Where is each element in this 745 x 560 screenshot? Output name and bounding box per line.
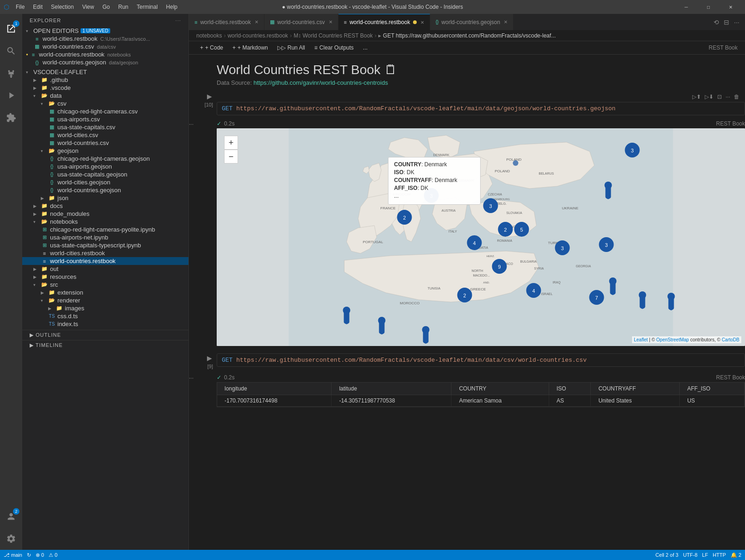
breadcrumb-file[interactable]: world-countries.restbook bbox=[227, 32, 288, 39]
sidebar-header-actions[interactable]: ··· bbox=[175, 18, 181, 23]
folder-resources[interactable]: ▶ 📁 resources bbox=[22, 273, 188, 281]
maximize-button[interactable]: □ bbox=[698, 0, 719, 14]
cell-1-more[interactable]: ··· bbox=[724, 93, 732, 101]
minimize-button[interactable]: ─ bbox=[676, 0, 697, 14]
menu-run[interactable]: Run bbox=[114, 3, 132, 11]
file-chicago-csv[interactable]: ▦ chicago-red-light-cameras.csv bbox=[22, 107, 188, 115]
menu-edit[interactable]: Edit bbox=[29, 3, 46, 11]
tabs-history-back[interactable]: ⟲ bbox=[712, 18, 721, 27]
close-button[interactable]: ✕ bbox=[720, 0, 741, 14]
language-item[interactable]: HTTP bbox=[713, 552, 726, 558]
cell-2-input[interactable]: GET https://raw.githubusercontent.com/Ra… bbox=[217, 353, 745, 367]
tab-world-countries-geojson[interactable]: {} world-countries.geojson ✕ bbox=[430, 14, 513, 30]
map-zoom-in[interactable]: + bbox=[224, 136, 238, 150]
add-markdown-button[interactable]: + + Markdown bbox=[229, 43, 272, 52]
activity-source-control[interactable] bbox=[0, 62, 22, 84]
git-branch[interactable]: ⎇ main bbox=[4, 552, 22, 558]
osm-link[interactable]: OpenStreetMap bbox=[656, 337, 689, 342]
activity-extensions[interactable] bbox=[0, 107, 22, 129]
tab-world-cities[interactable]: ≡ world-cities.restbook ✕ bbox=[189, 14, 264, 30]
folder-extension[interactable]: ▶ 📁 extension bbox=[22, 289, 188, 296]
menu-terminal[interactable]: Terminal bbox=[133, 3, 161, 11]
tab-world-countries-csv[interactable]: ▦ world-countries.csv ✕ bbox=[264, 14, 338, 30]
folder-renderer[interactable]: ▾ 📂 renderer bbox=[22, 296, 188, 304]
folder-notebooks[interactable]: ▾ 📂 notebooks bbox=[22, 218, 188, 226]
leaflet-link[interactable]: Leaflet bbox=[634, 337, 648, 342]
file-airports-ipynb[interactable]: ⊞ usa-airports-net.ipynb bbox=[22, 233, 188, 241]
sync-button[interactable]: ↻ bbox=[27, 552, 31, 558]
activity-explorer[interactable]: 1 bbox=[0, 18, 22, 40]
clear-outputs-button[interactable]: ≡ Clear Outputs bbox=[311, 43, 357, 52]
tab-world-cities-close[interactable]: ✕ bbox=[255, 19, 258, 25]
open-editor-world-countries-geojson[interactable]: {} world-countries.geojson data/geojson bbox=[22, 58, 188, 66]
file-worldcountries-csv[interactable]: ▦ world-countries.csv bbox=[22, 139, 188, 147]
file-index-ts[interactable]: TS index.ts bbox=[22, 320, 188, 328]
folder-images[interactable]: ▶ 📁 images bbox=[22, 304, 188, 312]
vscode-leaflet-section[interactable]: ▾ VSCODE-LEAFLET bbox=[22, 68, 188, 76]
add-code-button[interactable]: + + Code bbox=[196, 43, 227, 52]
activity-run-debug[interactable] bbox=[0, 84, 22, 107]
menu-file[interactable]: File bbox=[12, 3, 28, 11]
toolbar-more-button[interactable]: ... bbox=[359, 43, 371, 52]
file-chicago-geojson[interactable]: {} chicago-red-light-cameras.geojson bbox=[22, 155, 188, 163]
cell-1-run-above[interactable]: ▷⬆ bbox=[690, 93, 703, 101]
cell-1-input[interactable]: GET https://raw.githubusercontent.com/Ra… bbox=[217, 102, 745, 115]
folder-github[interactable]: ▶ 📁 .github bbox=[22, 76, 188, 84]
menu-help[interactable]: Help bbox=[163, 3, 182, 11]
folder-out[interactable]: ▶ 📁 out bbox=[22, 265, 188, 273]
warnings-indicator[interactable]: ⚠ 0 bbox=[49, 552, 57, 558]
outline-section[interactable]: ▶ OUTLINE bbox=[22, 330, 188, 340]
file-capitals-csv[interactable]: ▦ usa-state-capitals.csv bbox=[22, 123, 188, 131]
folder-src[interactable]: ▾ 📂 src bbox=[22, 281, 188, 289]
file-css-dts[interactable]: TS css.d.ts bbox=[22, 312, 188, 320]
folder-json[interactable]: ▶ 📁 json bbox=[22, 194, 188, 202]
cell-1-run-button[interactable]: ▶ bbox=[206, 92, 213, 101]
activity-accounts[interactable]: 2 bbox=[0, 505, 22, 528]
menu-go[interactable]: Go bbox=[99, 3, 113, 11]
cell-2-dots[interactable]: ··· bbox=[189, 375, 217, 381]
file-capitals-ipynb[interactable]: ⊞ usa-state-capitals-typescript.ipynb bbox=[22, 241, 188, 249]
cell-1-split[interactable]: ⊡ bbox=[715, 93, 724, 101]
menu-selection[interactable]: Selection bbox=[47, 3, 77, 11]
file-worldcities-csv[interactable]: ▦ world-cities.csv bbox=[22, 131, 188, 139]
open-editor-world-countries-restbook[interactable]: ● ≡ world-countries.restbook notebooks bbox=[22, 50, 188, 58]
tab-world-countries-csv-close[interactable]: ✕ bbox=[329, 19, 332, 25]
open-editor-world-cities[interactable]: ≡ world-cities.restbook C:\Users\Taras\v… bbox=[22, 35, 188, 43]
tab-world-countries-geojson-close[interactable]: ✕ bbox=[504, 19, 507, 25]
tab-world-countries-restbook[interactable]: ≡ world-countries.restbook ✕ bbox=[338, 14, 430, 30]
map-zoom-out[interactable]: − bbox=[224, 150, 238, 164]
folder-csv[interactable]: ▾ 📂 csv bbox=[22, 100, 188, 107]
breadcrumb-arrow[interactable]: ▸ bbox=[378, 32, 381, 39]
folder-node-modules[interactable]: ▶ 📁 node_modules bbox=[22, 210, 188, 218]
run-all-button[interactable]: ▷▷ Run All bbox=[274, 43, 309, 52]
tabs-split-editor[interactable]: ⊟ bbox=[722, 18, 731, 27]
file-chicago-ipynb[interactable]: ⊞ chicago-red-light-cameras-pyolite.ipyn… bbox=[22, 226, 188, 233]
breadcrumb-notebooks[interactable]: notebooks bbox=[196, 32, 222, 39]
breadcrumb-url[interactable]: GET https://raw.githubusercontent.com/Ra… bbox=[383, 32, 556, 39]
datasource-link[interactable]: https://github.com/gavinr/world-countrie… bbox=[254, 79, 388, 86]
errors-indicator[interactable]: ⊗ 0 bbox=[36, 552, 44, 558]
file-worldcities-geojson[interactable]: {} world-cities.geojson bbox=[22, 178, 188, 186]
encoding-item[interactable]: UTF-8 bbox=[683, 552, 697, 558]
file-worldcountries-restbook[interactable]: ≡ world-countries.restbook bbox=[22, 257, 188, 265]
cell-1-dots[interactable]: ··· bbox=[189, 121, 217, 127]
file-worldcities-restbook[interactable]: ≡ world-cities.restbook bbox=[22, 249, 188, 257]
open-editors-section[interactable]: ▾ OPEN EDITORS 1 UNSAVED bbox=[22, 27, 188, 35]
notifications[interactable]: 🔔 2 bbox=[731, 552, 741, 558]
folder-data[interactable]: ▾ 📂 data bbox=[22, 92, 188, 100]
activity-settings[interactable] bbox=[0, 528, 22, 550]
cell-2-run-button[interactable]: ▶ bbox=[206, 353, 213, 363]
timeline-section[interactable]: ▶ TIMELINE bbox=[22, 340, 188, 350]
cell-1-run-below[interactable]: ▷⬇ bbox=[703, 93, 715, 101]
tab-world-countries-restbook-close[interactable]: ✕ bbox=[420, 20, 424, 25]
folder-vscode[interactable]: ▶ 📁 .vscode bbox=[22, 84, 188, 92]
file-capitals-geojson[interactable]: {} usa-state-capitals.geojson bbox=[22, 170, 188, 178]
activity-search[interactable] bbox=[0, 40, 22, 62]
tabs-more-actions[interactable]: ··· bbox=[732, 18, 741, 27]
folder-docs[interactable]: ▶ 📁 docs bbox=[22, 202, 188, 210]
breadcrumb-section[interactable]: M↕ World Countries REST Book bbox=[294, 32, 373, 39]
open-editor-world-countries-csv[interactable]: ▦ world-countries.csv data/csv bbox=[22, 43, 188, 50]
folder-geojson[interactable]: ▾ 📂 geojson bbox=[22, 147, 188, 155]
file-airports-csv[interactable]: ▦ usa-airports.csv bbox=[22, 115, 188, 123]
cartodb-link[interactable]: CartoDB bbox=[722, 337, 739, 342]
